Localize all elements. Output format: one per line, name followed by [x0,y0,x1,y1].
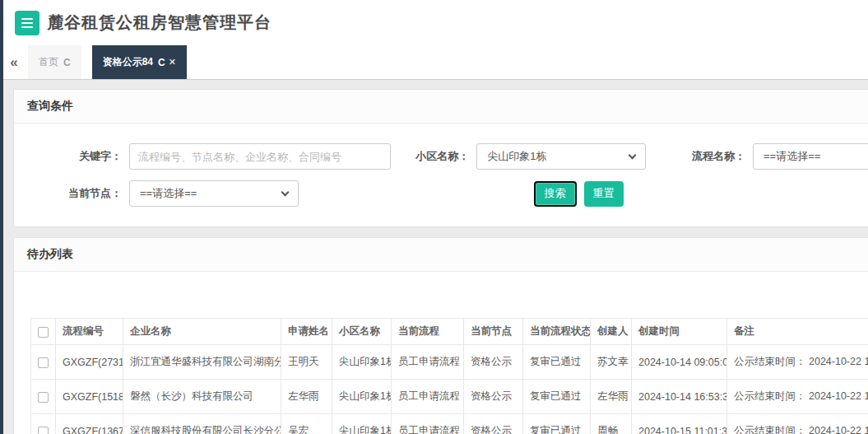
table-row: GXGZF(27319)浙江宜通华盛科技有限公司湖南分公司王明天尖山印象1栋员工… [31,345,868,380]
column-header: 流程编号 [56,319,123,345]
table-cell: 公示结束时间： 2024-10-22 16:42:29 [727,345,868,380]
tab-home[interactable]: 首页 C [28,45,81,79]
row-checkbox-cell [31,414,56,434]
table-cell: 资格公示 [464,414,523,434]
reset-button[interactable]: 重置 [584,181,624,207]
table-cell: GXGZF(15181) [56,380,123,414]
tab-bar: « 首页 C 资格公示84 C ✕ [0,45,868,80]
keyword-label: 关键字： [14,149,129,164]
table-cell: 资格公示 [464,345,523,380]
table-cell: 资格公示 [464,380,523,414]
todo-panel: 待办列表 流程编号企业名称申请姓名小区名称当前流程当前节点当前流程状态创建人创建… [13,237,868,434]
menu-icon[interactable] [15,11,39,35]
query-panel: 查询条件 关键字： 小区名称： 尖山印象1栋 流程名称： ==请 [13,89,868,227]
table-cell: 2024-10-14 16:53:31 [632,380,727,414]
column-header: 当前流程状态 [523,319,591,345]
query-panel-title: 查询条件 [14,90,868,124]
refresh-icon[interactable]: C [63,57,71,68]
chevron-down-icon [281,188,290,196]
select-all-cell [31,319,56,345]
collapsed-sidebar[interactable] [0,0,3,434]
row-checkbox[interactable] [38,357,49,368]
search-button[interactable]: 搜索 [534,181,577,207]
table-cell: 磐然（长沙）科技有限公司 [123,380,281,414]
table-cell: 公示结束时间： 2024-10-22 16:42:21 [727,380,868,414]
table-cell: 王明天 [281,345,332,380]
row-checkbox-cell [31,380,56,414]
column-header: 创建时间 [632,319,727,345]
node-label: 当前节点： [14,186,129,201]
column-header: 备注 [727,319,868,345]
table-cell: 尖山印象1栋 [332,345,392,380]
table-cell: 2024-10-14 09:05:03 [632,345,727,380]
app-title: 麓谷租赁公租房智慧管理平台 [47,12,272,34]
table-cell: 复审已通过 [523,345,591,380]
table-cell: 左华雨 [281,380,332,414]
table-cell: 苏文幸 [591,345,632,380]
column-header: 小区名称 [332,319,392,345]
community-select[interactable]: 尖山印象1栋 [476,143,646,170]
table-cell: 浙江宜通华盛科技有限公司湖南分公司 [123,345,281,380]
select-all-checkbox[interactable] [38,327,49,338]
tab-active-label: 资格公示84 [103,55,153,69]
row-checkbox[interactable] [38,392,49,403]
column-header: 企业名称 [123,319,281,345]
close-icon[interactable]: ✕ [169,57,176,68]
process-select-value: ==请选择== [764,149,820,164]
todo-table: 流程编号企业名称申请姓名小区名称当前流程当前节点当前流程状态创建人创建时间备注 … [30,318,868,434]
table-cell: 复审已通过 [523,380,591,414]
column-header: 当前节点 [464,319,523,345]
node-select-value: ==请选择== [140,186,197,201]
column-header: 创建人 [591,319,632,345]
community-label: 小区名称： [394,149,476,164]
main-content: 查询条件 关键字： 小区名称： 尖山印象1栋 流程名称： ==请 [0,80,868,434]
process-label: 流程名称： [677,149,753,164]
table-row: GXGZF(15181)磐然（长沙）科技有限公司左华雨尖山印象1栋员工申请流程资… [31,380,868,414]
table-cell: 员工申请流程 [392,345,464,380]
table-cell: 尖山印象1栋 [332,414,392,434]
tab-qualification-publicity[interactable]: 资格公示84 C ✕ [92,45,187,79]
table-cell: 公示结束时间： 2024-10-22 14:12:12 [727,414,868,434]
node-select[interactable]: ==请选择== [129,180,299,207]
collapse-tabs-icon[interactable]: « [0,45,28,79]
column-header: 申请姓名 [281,319,332,345]
table-cell: 复审已通过 [523,414,591,434]
table-cell: 吴宏 [281,414,332,434]
table-cell: 周畅 [591,414,632,434]
table-cell: GXGZF(27319) [56,345,123,380]
process-select[interactable]: ==请选择== [753,143,868,170]
row-checkbox[interactable] [38,427,49,434]
row-checkbox-cell [31,345,56,380]
app-header: 麓谷租赁公租房智慧管理平台 [0,0,868,45]
tab-home-label: 首页 [39,55,58,69]
refresh-icon[interactable]: C [158,57,165,68]
table-cell: 员工申请流程 [392,414,464,434]
table-cell: 员工申请流程 [392,380,464,414]
table-cell: 2024-10-15 11:01:35 [632,414,727,434]
table-cell: 尖山印象1栋 [332,380,392,414]
table-header-row: 流程编号企业名称申请姓名小区名称当前流程当前节点当前流程状态创建人创建时间备注 [31,319,868,345]
table-cell: 左华雨 [591,380,632,414]
table-cell: 深信服科技股份有限公司长沙分公司 [123,414,281,434]
chevron-down-icon [629,151,637,159]
keyword-input[interactable] [129,143,391,170]
todo-panel-title: 待办列表 [14,238,868,272]
column-header: 当前流程 [392,319,464,345]
table-cell: GXGZF(13670) [56,414,123,434]
community-select-value: 尖山印象1栋 [487,149,546,164]
table-row: GXGZF(13670)深信服科技股份有限公司长沙分公司吴宏尖山印象1栋员工申请… [31,414,868,434]
